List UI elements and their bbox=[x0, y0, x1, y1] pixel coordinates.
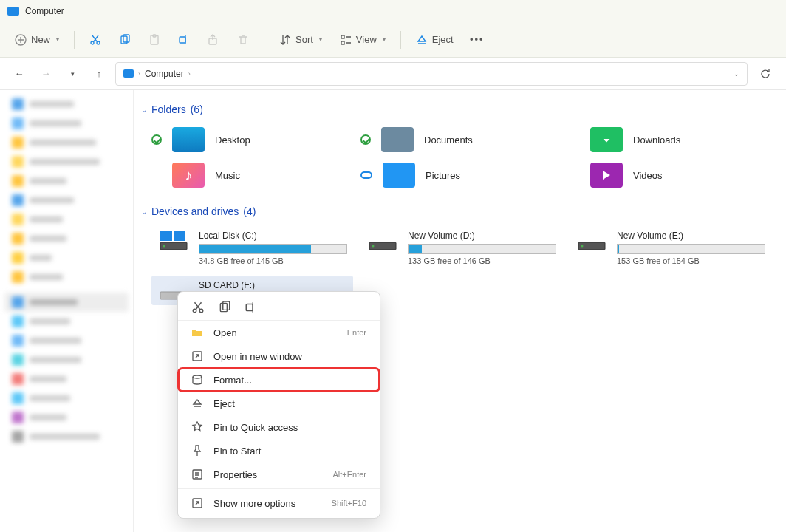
format-icon bbox=[191, 374, 203, 386]
ctx-format-label: Format... bbox=[213, 375, 252, 386]
ctx-pin-quick-label: Pin to Quick access bbox=[213, 422, 298, 433]
cloud-icon bbox=[360, 171, 372, 179]
svg-rect-14 bbox=[174, 231, 185, 241]
chevron-down-icon: ⌄ bbox=[141, 208, 147, 216]
drive-capacity-bar bbox=[617, 244, 765, 254]
eject-button[interactable]: Eject bbox=[409, 30, 461, 50]
svg-point-26 bbox=[193, 375, 202, 378]
ctx-eject-label: Eject bbox=[213, 398, 235, 409]
eject-icon bbox=[191, 398, 203, 409]
context-menu: Open Enter Open in new window Format... … bbox=[177, 291, 380, 519]
drive-free-text: 133 GB free of 146 GB bbox=[408, 256, 556, 265]
ctx-pin-quick[interactable]: Pin to Quick access bbox=[178, 415, 380, 439]
sort-label: Sort bbox=[295, 34, 313, 45]
downloads-folder-icon bbox=[590, 127, 623, 152]
sync-check-icon bbox=[360, 134, 371, 145]
computer-icon bbox=[123, 69, 134, 78]
sidebar[interactable] bbox=[0, 90, 133, 532]
new-button[interactable]: New ▾ bbox=[7, 30, 66, 50]
ctx-open-label: Open bbox=[213, 327, 237, 338]
windows-drive-icon bbox=[157, 229, 190, 253]
drive-free-text: 153 GB free of 154 GB bbox=[617, 256, 765, 265]
drive-d[interactable]: New Volume (D:) 133 GB free of 146 GB bbox=[360, 226, 562, 268]
ctx-properties-label: Properties bbox=[213, 469, 257, 480]
pictures-folder-icon bbox=[383, 163, 415, 188]
drives-section-header[interactable]: ⌄ Devices and drives (4) bbox=[134, 202, 780, 220]
drive-capacity-bar bbox=[199, 244, 347, 254]
chevron-right-icon: › bbox=[138, 70, 140, 78]
drives-count: (4) bbox=[243, 205, 256, 217]
share-icon bbox=[208, 34, 219, 46]
copy-icon[interactable] bbox=[218, 301, 231, 314]
address-bar[interactable]: › Computer › ⌄ bbox=[115, 62, 748, 86]
ctx-open-new-label: Open in new window bbox=[213, 351, 302, 362]
ctx-properties[interactable]: Properties Alt+Enter bbox=[178, 463, 380, 486]
sync-check-icon bbox=[151, 134, 162, 145]
drive-c[interactable]: Local Disk (C:) 34.8 GB free of 145 GB bbox=[151, 226, 353, 268]
folder-documents[interactable]: Documents bbox=[360, 124, 562, 155]
copy-button[interactable] bbox=[112, 30, 138, 50]
folder-music[interactable]: ♪ Music bbox=[151, 160, 353, 191]
rename-icon bbox=[178, 34, 190, 46]
svg-point-18 bbox=[581, 245, 584, 248]
drive-capacity-bar bbox=[408, 244, 556, 254]
drive-icon bbox=[575, 229, 608, 253]
ctx-eject[interactable]: Eject bbox=[178, 392, 380, 415]
context-menu-icon-row bbox=[178, 295, 380, 321]
rename-button[interactable] bbox=[171, 30, 197, 50]
folder-label: Desktop bbox=[215, 134, 250, 146]
folder-videos[interactable]: Videos bbox=[570, 160, 771, 191]
new-label: New bbox=[31, 34, 50, 45]
sort-button[interactable]: Sort ▾ bbox=[272, 30, 329, 50]
rename-icon[interactable] bbox=[245, 301, 258, 314]
ctx-open-new-window[interactable]: Open in new window bbox=[178, 344, 380, 368]
svg-point-21 bbox=[199, 309, 203, 313]
ctx-more-options[interactable]: Show more options Shift+F10 bbox=[178, 491, 380, 515]
breadcrumb-root[interactable]: Computer bbox=[145, 69, 184, 79]
folder-pictures[interactable]: Pictures bbox=[360, 160, 562, 191]
svg-point-16 bbox=[372, 245, 375, 248]
titlebar: Computer bbox=[0, 0, 786, 22]
recent-button[interactable]: ▾ bbox=[62, 64, 83, 84]
folder-downloads[interactable]: Downloads bbox=[570, 124, 771, 155]
svg-rect-13 bbox=[160, 231, 172, 241]
drive-name: SD CARD (F:) bbox=[199, 280, 347, 290]
ctx-pin-start[interactable]: Pin to Start bbox=[178, 439, 380, 463]
folders-section-header[interactable]: ⌄ Folders (6) bbox=[134, 100, 780, 118]
drive-e[interactable]: New Volume (E:) 153 GB free of 154 GB bbox=[570, 226, 771, 268]
view-button[interactable]: View ▾ bbox=[332, 30, 393, 50]
desktop-folder-icon bbox=[172, 127, 205, 152]
folder-label: Music bbox=[215, 170, 240, 181]
more-button[interactable]: ••• bbox=[464, 30, 491, 50]
svg-rect-9 bbox=[341, 35, 344, 38]
up-button[interactable]: ↑ bbox=[89, 64, 109, 84]
ctx-properties-shortcut: Alt+Enter bbox=[332, 470, 366, 479]
documents-folder-icon bbox=[381, 127, 414, 152]
ctx-format[interactable]: Format... bbox=[178, 368, 380, 392]
cut-icon bbox=[89, 34, 101, 46]
ctx-open-shortcut: Enter bbox=[347, 328, 366, 337]
refresh-button[interactable] bbox=[753, 62, 777, 86]
chevron-down-icon: ▾ bbox=[383, 36, 386, 43]
cut-icon[interactable] bbox=[191, 301, 205, 314]
trash-icon bbox=[237, 34, 249, 46]
chevron-down-icon: ⌄ bbox=[141, 106, 147, 114]
folder-desktop[interactable]: Desktop bbox=[151, 124, 353, 155]
svg-point-2 bbox=[97, 41, 100, 44]
folders-label: Folders bbox=[151, 103, 186, 115]
new-window-icon bbox=[191, 350, 203, 362]
drive-free-text: 34.8 GB free of 145 GB bbox=[199, 256, 347, 265]
cut-button[interactable] bbox=[82, 30, 109, 50]
star-icon bbox=[191, 421, 203, 433]
eject-label: Eject bbox=[432, 34, 454, 45]
chevron-down-icon[interactable]: ⌄ bbox=[734, 70, 739, 78]
view-label: View bbox=[356, 34, 377, 45]
more-options-icon bbox=[191, 497, 203, 509]
pin-icon bbox=[191, 445, 203, 457]
back-button[interactable]: ← bbox=[9, 64, 30, 84]
folder-label: Documents bbox=[424, 134, 473, 146]
plus-icon bbox=[15, 34, 27, 46]
music-folder-icon: ♪ bbox=[172, 163, 205, 188]
svg-rect-10 bbox=[341, 41, 344, 44]
ctx-open[interactable]: Open Enter bbox=[178, 321, 380, 344]
